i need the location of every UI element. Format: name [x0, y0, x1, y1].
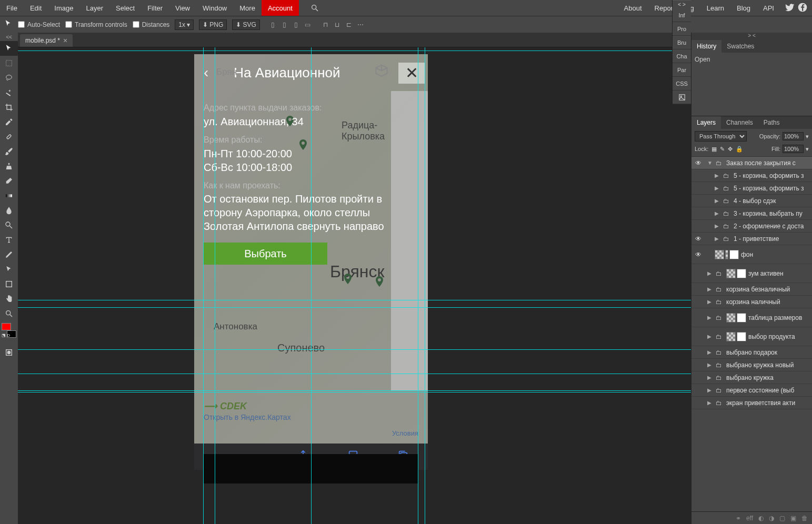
quickmask-tool[interactable] — [0, 345, 18, 360]
distribute-v-icon[interactable]: ⊔ — [333, 20, 342, 29]
layer-row[interactable]: ▶🗀экран приветствия акти — [691, 397, 812, 409]
conditions-link[interactable]: Условия — [392, 429, 418, 437]
layer-row[interactable]: ▶🗀2 - оформление с доста — [691, 220, 812, 233]
lock-move-icon[interactable]: ✥ — [728, 146, 733, 153]
lock-all-icon[interactable]: 🔒 — [736, 146, 743, 153]
back-icon[interactable]: ‹ — [204, 64, 208, 81]
visibility-toggle[interactable]: 👁 — [694, 235, 703, 243]
menu-select[interactable]: Select — [109, 0, 141, 16]
menu-about[interactable]: About — [618, 0, 648, 16]
lock-brush-icon[interactable]: ✎ — [720, 146, 725, 153]
twitter-icon[interactable] — [785, 2, 795, 14]
transform-controls-checkbox[interactable]: Transform controls — [65, 21, 127, 28]
expand-arrow[interactable]: ▶ — [715, 173, 721, 178]
eyedropper-tool[interactable] — [0, 115, 18, 129]
tab-paths[interactable]: Paths — [758, 116, 785, 129]
mini-info[interactable]: Inf — [673, 8, 691, 22]
expand-arrow[interactable]: ▶ — [715, 236, 721, 241]
expand-arrow[interactable]: ▶ — [715, 198, 721, 204]
menu-account[interactable]: Account — [262, 0, 299, 16]
tab-swatches[interactable]: Swatches — [721, 40, 759, 53]
expand-arrow[interactable]: ▶ — [707, 286, 714, 292]
blur-tool[interactable] — [0, 203, 18, 218]
magic-wand-tool[interactable] — [0, 85, 18, 100]
layer-row[interactable]: ▶🗀зум активен — [691, 264, 812, 283]
export-png-button[interactable]: ⬇ PNG — [199, 19, 227, 30]
align-center-h-icon[interactable]: ▯ — [280, 20, 289, 29]
menu-api[interactable]: API — [757, 0, 780, 16]
layer-row[interactable]: ▶🗀5 - корзина, оформить з — [691, 182, 812, 195]
lock-pixels-icon[interactable]: ▦ — [711, 146, 717, 153]
pen-tool[interactable] — [0, 247, 18, 262]
new-folder-icon[interactable]: ▢ — [779, 515, 785, 522]
distribute-more-icon[interactable]: ⋯ — [356, 20, 365, 29]
layer-row[interactable]: ▶🗀выбрано кружка новый — [691, 359, 812, 371]
gradient-tool[interactable] — [0, 188, 18, 203]
menu-file[interactable]: File — [0, 0, 24, 16]
mini-character[interactable]: Cha — [673, 49, 691, 63]
menu-window[interactable]: Window — [196, 0, 233, 16]
search-icon[interactable] — [304, 0, 325, 16]
zoom-select[interactable]: 1x ▾ — [175, 19, 194, 30]
layer-mask-icon[interactable]: ◐ — [758, 515, 764, 522]
hand-tool[interactable] — [0, 291, 18, 306]
layer-row[interactable]: ▶🗀3 - корзина, выбрать пу — [691, 207, 812, 220]
visibility-toggle[interactable]: 👁 — [694, 159, 703, 167]
adjustment-layer-icon[interactable]: ◑ — [769, 515, 774, 522]
menu-more[interactable]: More — [233, 0, 262, 16]
lasso-tool[interactable] — [0, 70, 18, 85]
layer-row[interactable]: ▶🗀корзина безналичный — [691, 283, 812, 296]
tab-layers[interactable]: Layers — [691, 116, 721, 129]
brush-tool[interactable] — [0, 144, 18, 159]
layer-eff-label[interactable]: eff — [746, 515, 753, 522]
align-top-icon[interactable]: ▭ — [303, 20, 313, 29]
tab-channels[interactable]: Channels — [721, 116, 758, 129]
delete-layer-icon[interactable]: 🗑 — [801, 515, 808, 522]
expand-arrow[interactable]: ▶ — [707, 299, 714, 305]
cube-icon[interactable] — [373, 64, 390, 80]
layer-row[interactable]: ▶🗀4 - выбор сдэк — [691, 195, 812, 207]
align-left-icon[interactable]: ▯ — [268, 20, 278, 29]
export-svg-button[interactable]: ⬇ SVG — [232, 19, 259, 30]
mini-paragraph[interactable]: Par — [673, 63, 691, 77]
facebook-icon[interactable] — [797, 2, 808, 14]
canvas-area[interactable]: Радица- Крыловка Брянск Антоновка Супоне… — [18, 47, 691, 524]
color-swatches[interactable]: ⬔ D — [2, 323, 16, 338]
layer-row[interactable]: ▶🗀5 - корзина, оформить з — [691, 169, 812, 182]
layer-row[interactable]: ▶🗀выбор продукта — [691, 327, 812, 346]
menu-blog[interactable]: Blog — [730, 0, 757, 16]
menu-view[interactable]: View — [169, 0, 196, 16]
expand-arrow[interactable]: ▶ — [707, 362, 714, 368]
tab-history[interactable]: History — [691, 40, 721, 53]
expand-arrow[interactable]: ▶ — [715, 223, 721, 229]
fill-input[interactable] — [783, 145, 804, 153]
distribute-h-icon[interactable]: ⊓ — [321, 20, 330, 29]
close-icon[interactable]: ✕ — [398, 63, 425, 84]
marquee-tool[interactable] — [0, 56, 18, 70]
visibility-toggle[interactable]: 👁 — [694, 251, 703, 258]
panel-collapse[interactable]: > < — [691, 33, 812, 40]
distribute-spacing-icon[interactable]: ⊏ — [344, 20, 354, 29]
zoom-tool[interactable] — [0, 306, 18, 321]
layer-row[interactable]: ▶🗀корзина наличный — [691, 296, 812, 308]
layer-row[interactable]: 👁фон — [691, 245, 812, 264]
document-tab[interactable]: mobile.psd * × — [20, 34, 73, 47]
expand-arrow[interactable]: ▶ — [715, 210, 721, 216]
expand-arrow[interactable]: ▶ — [707, 315, 714, 320]
move-tool[interactable] — [0, 41, 18, 56]
mini-collapse[interactable]: < > — [673, 0, 691, 8]
clone-tool[interactable] — [0, 159, 18, 174]
layer-row[interactable]: ▶🗀первое состояние (выб — [691, 384, 812, 397]
mini-properties[interactable]: Pro — [673, 22, 691, 36]
mini-image-icon[interactable] — [673, 90, 691, 104]
opacity-input[interactable] — [783, 132, 804, 140]
layer-row[interactable]: ▶🗀таблица размеров — [691, 308, 812, 327]
layer-row[interactable]: ▶🗀выбрано подарок — [691, 346, 812, 359]
toolbar-collapse[interactable]: << — [0, 33, 18, 41]
eraser-tool[interactable] — [0, 174, 18, 188]
shape-tool[interactable] — [0, 277, 18, 291]
select-button[interactable]: Выбрать — [204, 243, 327, 265]
mini-css[interactable]: CSS — [673, 77, 691, 90]
layer-row[interactable]: 👁▶🗀1 - приветствие — [691, 233, 812, 245]
history-item[interactable]: Open — [695, 56, 809, 63]
